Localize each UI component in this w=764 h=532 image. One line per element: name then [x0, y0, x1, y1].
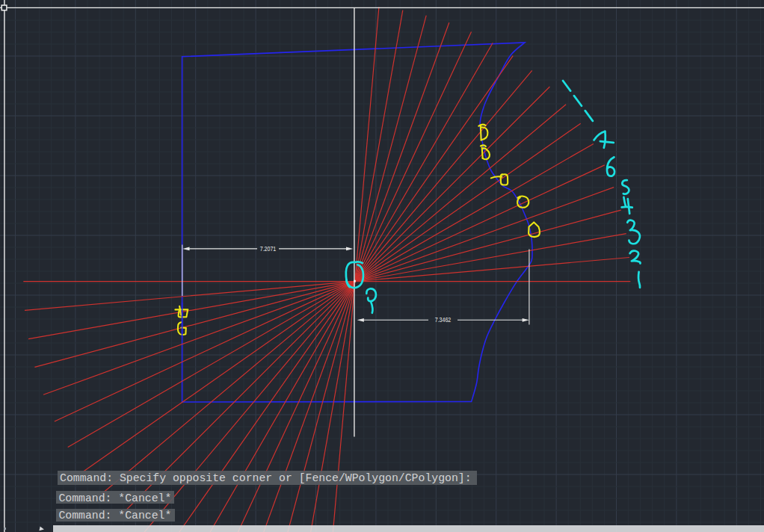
- svg-text:7.3462: 7.3462: [435, 317, 452, 324]
- svg-text:7.2071: 7.2071: [260, 245, 277, 253]
